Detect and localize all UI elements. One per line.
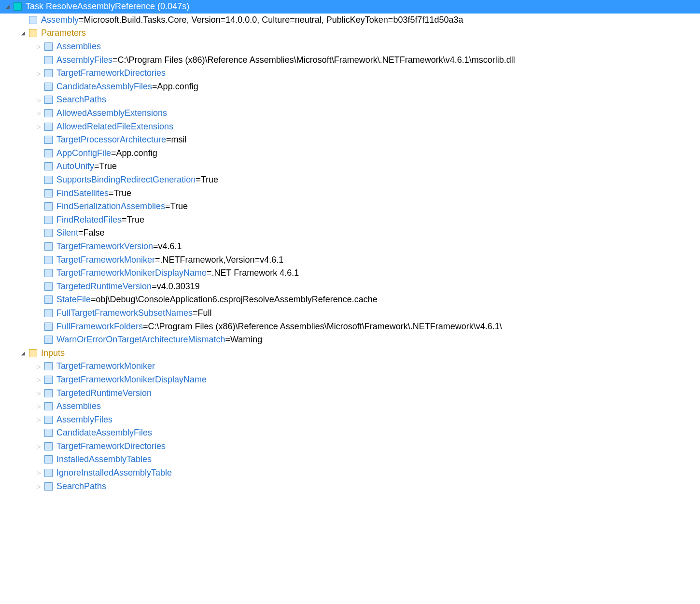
tree-row[interactable]: TargetFrameworkMoniker = .NETFramework,V… xyxy=(0,253,700,267)
tree-row[interactable]: TargetFrameworkMoniker xyxy=(0,360,700,373)
equals-separator: = xyxy=(109,187,114,200)
tree-value: .NETFramework,Version=v4.6.1 xyxy=(160,253,284,267)
property-icon xyxy=(44,109,53,117)
tree-row[interactable]: SearchPaths xyxy=(0,479,700,493)
tree-row[interactable]: Assembly = Microsoft.Build.Tasks.Core, V… xyxy=(0,14,700,27)
tree-value: True xyxy=(127,213,144,226)
tree-row[interactable]: Task ResolveAssemblyReference (0.047s) xyxy=(0,0,700,14)
tree-value: .NET Framework 4.6.1 xyxy=(212,267,299,280)
tree-row[interactable]: TargetFrameworkVersion = v4.6.1 xyxy=(0,240,700,253)
tree-value: False xyxy=(84,226,105,239)
chevron-right-icon[interactable] xyxy=(35,96,42,104)
property-icon xyxy=(44,189,53,197)
tree-row[interactable]: InstalledAssemblyTables xyxy=(0,453,700,466)
tree-row[interactable]: AssemblyFiles = C:\Program Files (x86)\R… xyxy=(0,53,700,67)
tree-row[interactable]: AssemblyFiles xyxy=(0,413,700,426)
tree-label: TargetFrameworkDirectories xyxy=(56,67,166,80)
tree-row[interactable]: CandidateAssemblyFiles xyxy=(0,426,700,440)
property-icon xyxy=(44,282,53,291)
property-icon xyxy=(44,216,53,224)
property-icon xyxy=(44,162,53,170)
chevron-right-icon[interactable] xyxy=(35,403,42,410)
tree-row[interactable]: AllowedRelatedFileExtensions xyxy=(0,120,700,133)
tree-row[interactable]: FindSerializationAssemblies = True xyxy=(0,200,700,213)
property-icon xyxy=(44,176,53,184)
tree-row[interactable]: TargetFrameworkMonikerDisplayName xyxy=(0,373,700,387)
tree-row[interactable]: FindSatellites = True xyxy=(0,186,700,200)
equals-separator: = xyxy=(225,333,230,346)
tree-row[interactable]: Assemblies xyxy=(0,40,700,54)
property-icon xyxy=(44,482,53,491)
tree-value: v4.0.30319 xyxy=(157,280,200,293)
tree-row[interactable]: IgnoreInstalledAssemblyTable xyxy=(0,466,700,480)
tree-label: TargetedRuntimeVersion xyxy=(56,387,152,400)
property-icon xyxy=(44,242,53,251)
property-icon xyxy=(44,42,53,51)
tree-row[interactable]: FindRelatedFiles = True xyxy=(0,213,700,227)
chevron-right-icon[interactable] xyxy=(35,110,42,117)
tree-row[interactable]: TargetedRuntimeVersion = v4.0.30319 xyxy=(0,280,700,293)
tree-row[interactable]: TargetProcessorArchitecture = msil xyxy=(0,133,700,147)
tree-label: AssemblyFiles xyxy=(56,54,112,67)
chevron-right-icon[interactable] xyxy=(35,70,42,77)
tree-row[interactable]: FullFrameworkFolders = C:\Program Files … xyxy=(0,320,700,333)
equals-separator: = xyxy=(196,173,201,186)
equals-separator: = xyxy=(94,160,99,173)
tree-row[interactable]: FullTargetFrameworkSubsetNames = Full xyxy=(0,307,700,320)
equals-separator: = xyxy=(112,54,118,67)
tree-row[interactable]: AllowedAssemblyExtensions xyxy=(0,107,700,120)
chevron-right-icon[interactable] xyxy=(35,123,42,130)
property-icon xyxy=(44,402,53,410)
tree-label: TargetFrameworkVersion xyxy=(56,240,153,253)
tree-row[interactable]: TargetedRuntimeVersion xyxy=(0,386,700,400)
tree-row[interactable]: AutoUnify = True xyxy=(0,160,700,173)
tree-row[interactable]: WarnOrErrorOnTargetArchitectureMismatch … xyxy=(0,333,700,347)
chevron-down-icon[interactable] xyxy=(19,29,27,37)
tree-value: C:\Program Files (x86)\Reference Assembl… xyxy=(148,320,502,333)
chevron-right-icon[interactable] xyxy=(35,389,42,397)
chevron-down-icon[interactable] xyxy=(4,3,12,11)
chevron-down-icon[interactable] xyxy=(19,349,27,357)
tree-label: AllowedRelatedFileExtensions xyxy=(56,120,173,133)
tree-value: obj\Debug\ConsoleApplication6.csprojReso… xyxy=(96,293,378,306)
tree-row[interactable]: CandidateAssemblyFiles = App.config xyxy=(0,80,700,94)
chevron-right-icon[interactable] xyxy=(35,363,42,370)
tree-label: Assemblies xyxy=(56,40,101,53)
tree-row[interactable]: StateFile = obj\Debug\ConsoleApplication… xyxy=(0,293,700,307)
chevron-right-icon[interactable] xyxy=(35,376,42,383)
property-icon xyxy=(44,96,53,104)
tree-label: AppConfigFile xyxy=(56,147,111,160)
equals-separator: = xyxy=(165,200,170,213)
property-icon xyxy=(44,269,53,277)
chevron-right-icon[interactable] xyxy=(35,469,42,477)
tree-row[interactable]: SupportsBindingRedirectGeneration = True xyxy=(0,173,700,187)
tree-row[interactable]: Inputs xyxy=(0,346,700,360)
tree-view[interactable]: Task ResolveAssemblyReference (0.047s)As… xyxy=(0,0,700,493)
equals-separator: = xyxy=(207,267,212,280)
equals-separator: = xyxy=(143,320,148,333)
chevron-right-icon[interactable] xyxy=(35,416,42,423)
task-icon xyxy=(14,2,22,11)
chevron-right-icon[interactable] xyxy=(35,442,42,450)
tree-row[interactable]: TargetFrameworkDirectories xyxy=(0,440,700,453)
tree-label: WarnOrErrorOnTargetArchitectureMismatch xyxy=(56,333,225,346)
tree-label: FullTargetFrameworkSubsetNames xyxy=(56,307,193,320)
tree-value: True xyxy=(99,160,117,173)
tree-label: FindRelatedFiles xyxy=(56,213,122,226)
tree-row[interactable]: AppConfigFile = App.config xyxy=(0,147,700,160)
property-icon xyxy=(44,136,53,144)
tree-row[interactable]: Parameters xyxy=(0,27,700,40)
tree-label: Assemblies xyxy=(56,400,101,413)
tree-label: TargetFrameworkMonikerDisplayName xyxy=(56,267,207,280)
tree-row[interactable]: TargetFrameworkMonikerDisplayName = .NET… xyxy=(0,267,700,280)
chevron-right-icon[interactable] xyxy=(35,482,42,490)
property-icon xyxy=(44,83,53,91)
tree-row[interactable]: Silent = False xyxy=(0,226,700,240)
property-icon xyxy=(29,16,37,24)
tree-row[interactable]: TargetFrameworkDirectories xyxy=(0,67,700,80)
tree-row[interactable]: SearchPaths xyxy=(0,93,700,107)
tree-row[interactable]: Assemblies xyxy=(0,400,700,413)
chevron-right-icon[interactable] xyxy=(35,43,42,51)
tree-value: App.config xyxy=(116,147,157,160)
tree-label: FindSerializationAssemblies xyxy=(56,200,165,213)
